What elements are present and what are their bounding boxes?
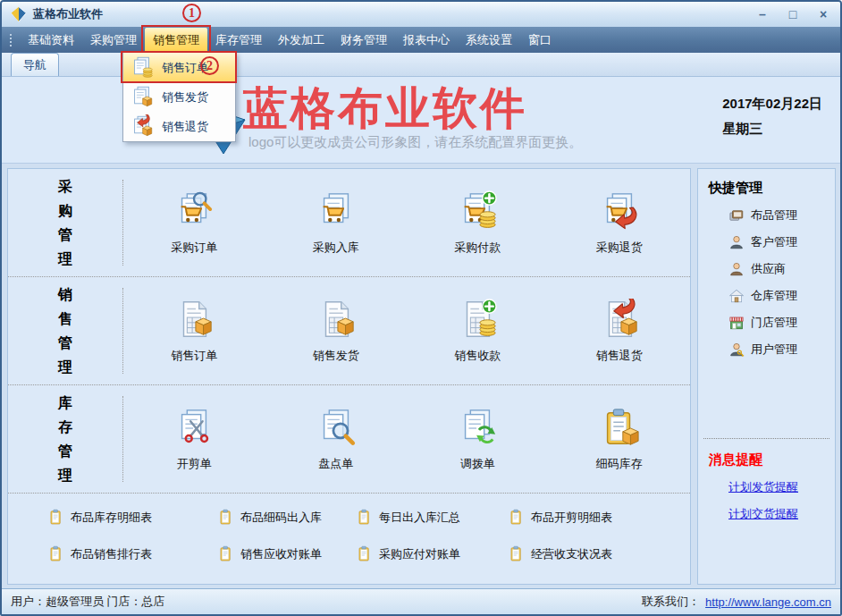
clipboard-icon	[356, 508, 373, 527]
group-items-sales: 销售订单 销售发货 销售收款 销售退货	[122, 288, 690, 374]
link-plan-handover-reminder[interactable]: 计划交货提醒	[728, 506, 835, 522]
quick-item-label: 供应商	[751, 261, 786, 277]
grid-item-purchase-order[interactable]: 采购订单	[123, 190, 265, 256]
contact-url-link[interactable]: http://www.lange.com.cn	[705, 595, 831, 609]
report-label: 经营收支状况表	[531, 546, 612, 562]
quick-item-user[interactable]: 用户管理	[728, 336, 835, 363]
report-purchase-payable[interactable]: 采购应付对账单	[356, 544, 508, 563]
grid-item-purchase-inbound[interactable]: 采购入库	[265, 190, 408, 256]
date-text: 2017年02月22日	[722, 91, 822, 116]
grid-item-sales-delivery[interactable]: 销售发货	[265, 299, 408, 364]
doc-box-return-icon	[599, 299, 640, 340]
dropdown-item-sales-return[interactable]: 销售退货	[123, 112, 235, 141]
clipboard-icon	[508, 544, 525, 563]
status-user-info: 用户：超级管理员 门店：总店	[11, 594, 165, 610]
group-items-purchase: 采购订单 采购入库 采购付款 采购退货	[122, 180, 690, 266]
group-label-purchase: 采购管理	[8, 174, 122, 271]
clipboard-icon	[217, 508, 234, 527]
doc-coins-icon	[130, 55, 154, 80]
clipboard-icon	[47, 544, 64, 563]
grid-item-label: 采购付款	[454, 240, 501, 256]
menu-item-system-settings[interactable]: 系统设置	[458, 28, 520, 53]
grid-item-sales-receipt[interactable]: 销售收款	[407, 299, 549, 364]
report-label: 布品销售排行表	[71, 546, 152, 562]
menu-item-basic-data[interactable]: 基础资料	[20, 28, 82, 53]
report-row: 布品销售排行表 销售应收对账单 采购应付对账单 经营收支状况表	[47, 544, 690, 563]
report-label: 采购应付对账单	[379, 546, 460, 562]
status-contact: 联系我们： http://www.lange.com.cn	[642, 594, 831, 610]
grid-item-label: 盘点单	[318, 456, 353, 472]
report-fabric-sales-ranking[interactable]: 布品销售排行表	[47, 544, 217, 563]
doc-box-icon	[173, 299, 215, 340]
dropdown-item-label: 销售退货	[162, 119, 208, 135]
grid-item-purchase-return[interactable]: 采购退货	[549, 190, 691, 256]
report-daily-inout-summary[interactable]: 每日出入库汇总	[356, 508, 508, 527]
grid-item-purchase-payment[interactable]: 采购付款	[407, 190, 549, 256]
app-window: 蓝格布业软件 – □ × 基础资料 采购管理 销售管理 库存管理 外发加工 财务…	[0, 0, 842, 616]
group-row-sales: 销售管理 销售订单 销售发货 销售收款	[8, 277, 690, 385]
report-sales-receivable[interactable]: 销售应收对账单	[217, 544, 356, 563]
maximize-icon[interactable]: □	[785, 6, 801, 22]
grid-item-detailed-stock[interactable]: 细码库存	[549, 407, 691, 472]
grid-item-sales-order[interactable]: 销售订单	[123, 299, 265, 364]
link-plan-delivery-reminder[interactable]: 计划发货提醒	[728, 479, 835, 495]
annotation-step-1: 1	[182, 4, 201, 22]
contact-label: 联系我们：	[642, 594, 700, 610]
quick-item-store[interactable]: 门店管理	[728, 309, 835, 336]
grid-item-label: 细码库存	[596, 456, 643, 472]
report-fabric-cut-detail[interactable]: 布品开剪明细表	[508, 508, 690, 527]
title-bar: 蓝格布业软件 – □ ×	[2, 2, 840, 27]
menu-item-purchase-management[interactable]: 采购管理	[82, 28, 145, 53]
clipboard-icon	[508, 508, 525, 527]
grid-item-label: 销售订单	[171, 348, 217, 364]
window-title: 蓝格布业软件	[33, 6, 103, 22]
report-label: 布品细码出入库	[240, 510, 322, 526]
status-bar: 用户：超级管理员 门店：总店 联系我们： http://www.lange.co…	[2, 588, 840, 614]
quick-item-warehouse[interactable]: 仓库管理	[728, 283, 835, 309]
annotation-step-2: 2	[200, 56, 219, 75]
window-controls: – □ ×	[754, 6, 831, 22]
grid-item-label: 销售收款	[454, 348, 501, 364]
grid-item-label: 采购订单	[171, 240, 217, 256]
report-operating-balance[interactable]: 经营收支状况表	[508, 544, 690, 563]
report-fabric-stock-detail[interactable]: 布品库存明细表	[47, 508, 217, 527]
message-links: 计划发货提醒 计划交货提醒	[728, 479, 835, 522]
group-row-inventory: 库存管理 开剪单 盘点单 调拨单	[8, 385, 690, 494]
minimize-icon[interactable]: –	[754, 6, 770, 22]
quick-item-label: 仓库管理	[751, 288, 797, 304]
dropdown-item-sales-delivery[interactable]: 销售发货	[123, 82, 235, 112]
menu-item-inventory-management[interactable]: 库存管理	[207, 28, 270, 53]
papers-cart-magnifier-icon	[173, 190, 215, 232]
group-label-inventory: 库存管理	[8, 391, 122, 487]
clipboard-icon	[47, 508, 64, 527]
menu-item-sales-management[interactable]: 销售管理	[145, 28, 207, 53]
menu-item-outsourced-processing[interactable]: 外发加工	[270, 28, 333, 53]
grid-item-stocktake-order[interactable]: 盘点单	[265, 407, 408, 472]
date-display: 2017年02月22日 星期三	[722, 91, 822, 141]
grid-item-label: 调拨单	[460, 456, 495, 472]
menu-item-report-center[interactable]: 报表中心	[395, 28, 458, 53]
group-label-text: 采购管理	[57, 174, 73, 271]
grid-item-cut-order[interactable]: 开剪单	[123, 407, 265, 472]
message-reminder-title: 消息提醒	[709, 451, 835, 468]
doc-box-return-icon	[130, 114, 154, 139]
menu-item-finance-management[interactable]: 财务管理	[333, 28, 395, 53]
papers-cart-plus-coins-icon	[457, 190, 498, 232]
clipboard-icon	[217, 544, 234, 563]
fabric-icon	[728, 207, 745, 224]
report-fabric-code-inout[interactable]: 布品细码出入库	[217, 508, 356, 527]
doc-box-icon	[316, 299, 357, 340]
user-key-icon	[728, 342, 745, 358]
grid-item-label: 采购退货	[596, 240, 643, 256]
close-icon[interactable]: ×	[815, 6, 831, 22]
quick-item-customer[interactable]: 客户管理	[728, 229, 835, 256]
grid-item-sales-return[interactable]: 销售退货	[549, 299, 691, 364]
brand-subtitle: logo可以更改成贵公司形象图，请在系统配置界面更换。	[248, 134, 582, 151]
grid-item-transfer-order[interactable]: 调拨单	[407, 407, 549, 472]
quick-item-label: 门店管理	[751, 315, 797, 331]
tab-navigation[interactable]: 导航	[11, 53, 59, 76]
menu-item-window[interactable]: 窗口	[520, 28, 560, 53]
quick-item-fabric[interactable]: 布品管理	[728, 202, 835, 229]
clipboard-icon	[356, 544, 373, 563]
quick-item-supplier[interactable]: 供应商	[728, 256, 835, 283]
